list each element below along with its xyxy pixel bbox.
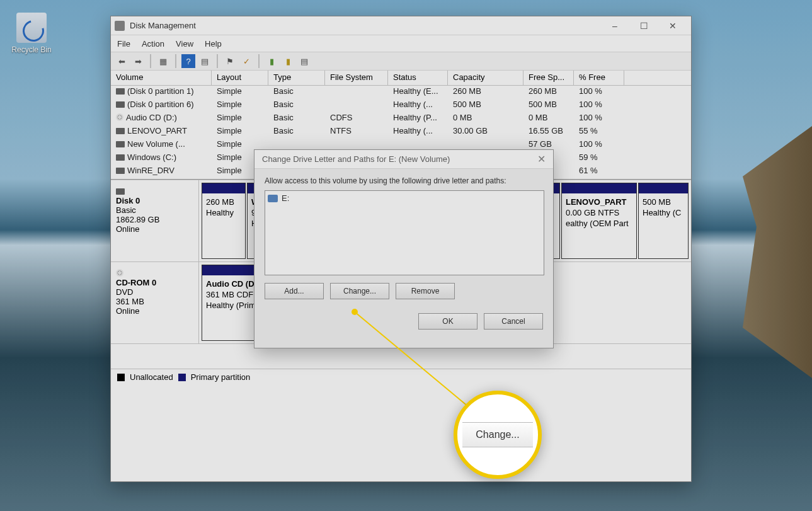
recycle-bin-icon (16, 13, 47, 43)
partition[interactable]: 260 MBHealthy (202, 183, 246, 259)
table-row[interactable]: Audio CD (D:)SimpleBasicCDFSHealthy (P..… (111, 112, 691, 125)
forward-icon[interactable]: ➡ (131, 54, 145, 68)
col-volume[interactable]: Volume (111, 71, 212, 85)
col-filesystem[interactable]: File System (325, 71, 388, 85)
partition[interactable]: LENOVO_PART0.00 GB NTFSealthy (OEM Part (561, 183, 637, 259)
table-row[interactable]: (Disk 0 partition 1)SimpleBasicHealthy (… (111, 86, 691, 99)
menu-view[interactable]: View (176, 39, 193, 49)
highlight-circle: Change... (454, 391, 542, 479)
help-icon[interactable]: ? (181, 54, 195, 68)
toolbar-separator (258, 54, 260, 68)
menu-help[interactable]: Help (205, 39, 222, 49)
partition-bar (202, 183, 245, 193)
close-button[interactable]: ✕ (658, 16, 687, 35)
toolbar-action2-icon[interactable]: ▮ (265, 54, 278, 68)
menubar: File Action View Help (111, 35, 691, 52)
partition-line: Healthy (C (643, 208, 684, 219)
toolbar-separator (217, 54, 218, 68)
disk0-size: 1862.89 GB (116, 215, 193, 224)
cd-icon (116, 269, 123, 277)
partition-line: 500 MB (643, 197, 684, 208)
toolbar-action3-icon[interactable]: ▮ (281, 54, 295, 68)
change-drive-letter-dialog: Change Drive Letter and Paths for E: (Ne… (254, 149, 554, 348)
app-icon (115, 21, 125, 31)
menu-action[interactable]: Action (142, 39, 164, 49)
cdrom-name: CD-ROM 0 (116, 278, 193, 287)
table-header-row: Volume Layout Type File System Status Ca… (111, 71, 691, 86)
table-row[interactable]: LENOVO_PARTSimpleBasicNTFSHealthy (...30… (111, 125, 691, 139)
partition-size: 260 MB (206, 197, 241, 208)
volume-icon (116, 128, 125, 134)
toolbar-separator (175, 54, 176, 68)
col-status[interactable]: Status (388, 71, 448, 85)
table-row[interactable]: (Disk 0 partition 6)SimpleBasicHealthy (… (111, 99, 691, 112)
minimize-button[interactable]: – (600, 16, 629, 35)
recycle-bin[interactable]: Recycle Bin (6, 13, 57, 54)
titlebar[interactable]: Disk Management – ☐ ✕ (111, 16, 691, 35)
maximize-button[interactable]: ☐ (629, 16, 658, 35)
legend-unallocated-label: Unallocated (130, 372, 173, 382)
toolbar: ⬅ ➡ ▦ ? ▤ ⚑ ✓ ▮ ▮ ▤ (111, 52, 691, 71)
dialog-description: Allow access to this volume by using the… (265, 176, 543, 185)
partition-bar (639, 183, 688, 193)
partition-line: ealthy (OEM Part (566, 219, 632, 229)
back-icon[interactable]: ⬅ (115, 54, 129, 68)
toolbar-action4-icon[interactable]: ▤ (297, 54, 311, 68)
legend-primary-label: Primary partition (191, 372, 251, 382)
toolbar-separator (150, 54, 151, 68)
volume-icon (116, 141, 125, 147)
volume-icon (116, 88, 125, 95)
disk0-type: Basic (116, 205, 193, 215)
cdrom-size: 361 MB (116, 297, 193, 306)
col-free-space[interactable]: Free Sp... (523, 71, 574, 85)
legend: Unallocated Primary partition (111, 369, 691, 385)
col-percent-free[interactable]: % Free (574, 71, 624, 85)
partition-name: Audio CD (D:) (206, 279, 260, 289)
col-layout[interactable]: Layout (212, 71, 268, 85)
disk0-status: Online (116, 224, 193, 234)
desktop-wallpaper-rock (743, 126, 812, 378)
cdrom-type: DVD (116, 287, 193, 297)
legend-primary-swatch (178, 374, 186, 381)
partition-status: Healthy (206, 208, 241, 219)
volume-icon (116, 101, 125, 108)
window-title: Disk Management (130, 21, 600, 30)
add-button[interactable]: Add... (265, 283, 324, 299)
change-button[interactable]: Change... (330, 283, 389, 299)
ok-button[interactable]: OK (418, 313, 477, 330)
dialog-title: Change Drive Letter and Paths for E: (Ne… (262, 154, 450, 164)
partition[interactable]: 500 MBHealthy (C (638, 183, 689, 259)
disk0-name: Disk 0 (116, 196, 193, 205)
drive-paths-listbox[interactable]: E: (265, 190, 544, 275)
dialog-close-button[interactable]: ✕ (537, 153, 546, 165)
volume-icon (116, 113, 123, 121)
volume-icon (116, 168, 125, 174)
drive-list-item[interactable]: E: (268, 193, 541, 203)
toolbar-settings-icon[interactable]: ▤ (198, 54, 212, 68)
menu-file[interactable]: File (117, 39, 130, 49)
volume-icon (116, 154, 125, 161)
cancel-button[interactable]: Cancel (484, 313, 543, 330)
col-type[interactable]: Type (268, 71, 325, 85)
toolbar-check-icon[interactable]: ✓ (239, 54, 253, 68)
disk0-info[interactable]: Disk 0 Basic 1862.89 GB Online (111, 180, 199, 261)
partition-line: 0.00 GB NTFS (566, 208, 632, 219)
disk-icon (116, 188, 125, 195)
drive-icon (268, 195, 278, 202)
partition-bar (562, 183, 636, 193)
cdrom-info[interactable]: CD-ROM 0 DVD 361 MB Online (111, 262, 199, 343)
dialog-titlebar[interactable]: Change Drive Letter and Paths for E: (Ne… (254, 150, 553, 169)
toolbar-action1-icon[interactable]: ⚑ (223, 54, 237, 68)
col-capacity[interactable]: Capacity (448, 71, 523, 85)
recycle-bin-label: Recycle Bin (6, 45, 57, 54)
remove-button[interactable]: Remove (396, 283, 455, 299)
highlight-change-button: Change... (462, 422, 533, 447)
cdrom-status: Online (116, 306, 193, 316)
toolbar-grid-icon[interactable]: ▦ (156, 54, 170, 68)
partition-name: LENOVO_PART (566, 197, 627, 207)
legend-unallocated-swatch (117, 374, 125, 381)
drive-letter-label: E: (282, 193, 289, 203)
